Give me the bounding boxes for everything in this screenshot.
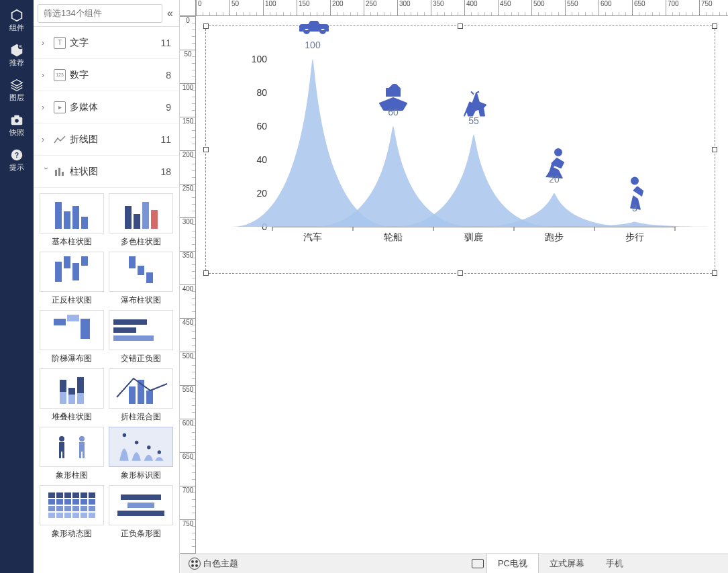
category-text[interactable]: › T 文字 11 xyxy=(34,27,179,59)
cube-ai-icon: AI xyxy=(9,43,24,58)
category-count: 18 xyxy=(160,166,171,177)
svg-rect-4 xyxy=(14,115,19,117)
thumb-label: 象形标识图 xyxy=(121,470,161,481)
thumb-basic-bar[interactable]: 基本柱状图 xyxy=(39,193,105,248)
resize-handle-s[interactable] xyxy=(458,270,463,276)
bottom-bar: 白色主题 PC电视 立式屏幕 手机 xyxy=(180,554,728,573)
svg-point-3 xyxy=(15,119,19,123)
chevron-right-icon: › xyxy=(42,135,51,144)
svg-text:40: 40 xyxy=(256,154,267,165)
resize-handle-nw[interactable] xyxy=(203,23,209,29)
svg-text:跑步: 跑步 xyxy=(545,231,564,242)
svg-text:60: 60 xyxy=(256,121,267,132)
svg-rect-15 xyxy=(79,442,85,452)
thumb-waterfall[interactable]: 瀑布柱状图 xyxy=(109,252,174,306)
thumb-step-waterfall[interactable]: 阶梯瀑布图 xyxy=(39,310,105,364)
ruler-horizontal[interactable]: 0501001502002503003504004505005506006507… xyxy=(196,0,728,16)
ruler-vertical[interactable]: 0501001502002503003504004505005506006507… xyxy=(180,16,196,573)
svg-point-18 xyxy=(123,433,126,437)
thumbnail-grid: 基本柱状图 多色柱状图 正反柱状图 瀑布柱状图 阶梯瀑布图 交错正负图 堆叠柱状… xyxy=(34,188,179,545)
svg-rect-17 xyxy=(83,452,85,458)
category-count: 9 xyxy=(166,102,171,113)
layers-icon xyxy=(9,78,24,93)
media-icon: ▸ xyxy=(54,101,66,113)
text-icon: T xyxy=(54,37,66,49)
svg-text:20: 20 xyxy=(256,188,267,199)
bar-chart-icon xyxy=(54,166,66,178)
device-icon xyxy=(472,559,484,568)
device-vertical[interactable]: 立式屏幕 xyxy=(539,554,595,574)
category-number[interactable]: › 123 数字 8 xyxy=(34,59,179,91)
category-count: 11 xyxy=(160,38,171,48)
category-line[interactable]: › 折线图 11 xyxy=(34,123,179,156)
svg-text:驯鹿: 驯鹿 xyxy=(464,231,483,242)
rail-label: 图层 xyxy=(9,93,24,103)
thumb-pos-neg-bar[interactable]: 正反柱状图 xyxy=(39,252,105,306)
theme-label: 白色主题 xyxy=(203,558,238,570)
svg-text:100: 100 xyxy=(252,54,268,64)
palette-icon xyxy=(189,558,201,570)
thumb-pos-neg-hbar[interactable]: 正负条形图 xyxy=(109,485,174,539)
thumb-label: 多色柱状图 xyxy=(121,236,161,248)
svg-rect-7 xyxy=(55,170,57,176)
camera-icon xyxy=(9,113,24,127)
device-phone[interactable]: 手机 xyxy=(595,554,634,574)
category-label: 多媒体 xyxy=(70,101,166,113)
category-bar[interactable]: › 柱状图 18 xyxy=(34,156,179,188)
resize-handle-e[interactable] xyxy=(712,147,717,152)
svg-rect-16 xyxy=(79,452,81,458)
svg-point-19 xyxy=(135,441,138,444)
thumb-picto-dynamic[interactable]: /*filled below*/象形动态图 xyxy=(39,485,105,539)
component-panel: « › T 文字 11 › 123 数字 8 › ▸ 多媒体 9 › 折线图 1 xyxy=(34,0,180,573)
chevron-right-icon: › xyxy=(42,38,51,48)
svg-rect-12 xyxy=(59,452,61,458)
rail-label: 快照 xyxy=(9,127,24,138)
category-label: 文字 xyxy=(70,37,160,49)
svg-text:55: 55 xyxy=(468,115,479,126)
thumb-picto-marker[interactable]: 象形标识图 xyxy=(109,427,174,481)
line-chart-icon xyxy=(54,134,66,146)
rail-snapshot[interactable]: 快照 xyxy=(0,107,34,142)
category-media[interactable]: › ▸ 多媒体 9 xyxy=(34,91,179,123)
chevron-right-icon: › xyxy=(42,103,51,112)
resize-handle-se[interactable] xyxy=(712,270,717,276)
svg-rect-11 xyxy=(59,442,64,452)
resize-handle-n[interactable] xyxy=(458,23,463,29)
svg-text:汽车: 汽车 xyxy=(303,231,322,242)
rail-label: 组件 xyxy=(9,23,24,33)
rail-layers[interactable]: 图层 xyxy=(0,72,34,107)
resize-handle-sw[interactable] xyxy=(203,270,209,276)
svg-text:80: 80 xyxy=(256,87,267,98)
theme-selector[interactable]: 白色主题 xyxy=(180,558,246,570)
thumb-label: 基本柱状图 xyxy=(52,236,92,248)
rail-recommend[interactable]: AI 推荐 xyxy=(0,38,34,72)
category-label: 柱状图 xyxy=(70,166,160,178)
thumb-label: 交错正负图 xyxy=(121,353,161,364)
chevron-double-left-icon: « xyxy=(167,7,173,19)
svg-rect-13 xyxy=(62,452,64,458)
thumb-stacked-bar[interactable]: 堆叠柱状图 xyxy=(39,368,105,423)
pictorial-chart[interactable]: 020406080100100汽车60轮船55驯鹿20跑步3步行 xyxy=(232,52,688,250)
search-input[interactable] xyxy=(38,4,162,23)
collapse-panel-button[interactable]: « xyxy=(165,6,175,21)
resize-handle-w[interactable] xyxy=(203,147,209,152)
thumb-bar-line-combo[interactable]: 折柱混合图 xyxy=(109,368,174,423)
thumb-interleave[interactable]: 交错正负图 xyxy=(109,310,174,364)
category-label: 折线图 xyxy=(70,134,160,146)
rail-tip[interactable]: ? 提示 xyxy=(0,142,34,177)
category-label: 数字 xyxy=(70,69,166,81)
number-icon: 123 xyxy=(54,69,66,81)
device-label: 立式屏幕 xyxy=(550,558,584,570)
resize-handle-ne[interactable] xyxy=(712,23,717,29)
svg-text:60: 60 xyxy=(388,107,399,117)
thumb-label: 象形柱图 xyxy=(56,470,88,481)
device-pc[interactable]: PC电视 xyxy=(486,553,539,573)
rail-components[interactable]: 组件 xyxy=(0,3,34,38)
thumb-multi-color-bar[interactable]: 多色柱状图 xyxy=(109,193,174,248)
device-label: 手机 xyxy=(606,558,623,570)
thumb-picto-bar[interactable]: 象形柱图 xyxy=(39,427,105,481)
tip-icon: ? xyxy=(9,148,24,162)
canvas-stage[interactable]: 020406080100100汽车60轮船55驯鹿20跑步3步行 xyxy=(196,16,728,553)
category-count: 8 xyxy=(166,70,171,81)
thumb-label: 正负条形图 xyxy=(121,528,161,539)
